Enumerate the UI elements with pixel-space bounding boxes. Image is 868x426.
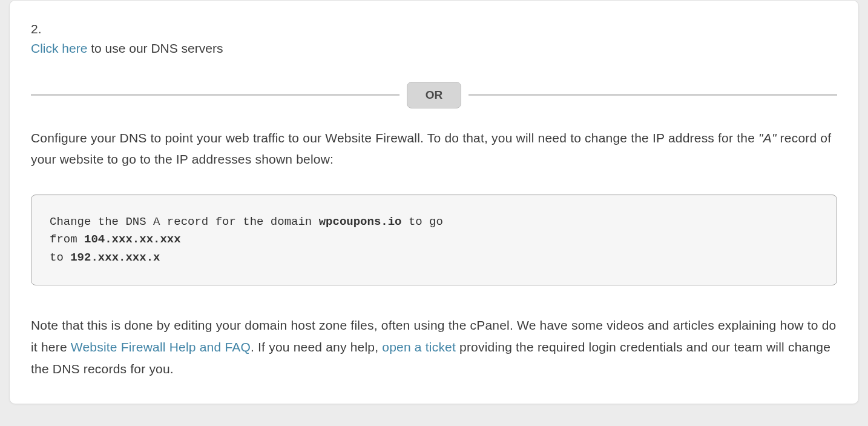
faq-link[interactable]: Website Firewall Help and FAQ <box>71 340 251 354</box>
code-to-ip: 192.xxx.xxx.x <box>70 251 160 264</box>
code-line-1: Change the DNS A record for the domain w… <box>50 213 818 231</box>
or-divider: OR <box>31 81 837 109</box>
configure-description: Configure your DNS to point your web tra… <box>31 127 837 170</box>
code-line-2: from 104.xxx.xx.xxx <box>50 231 818 248</box>
step-rest-text: to use our DNS servers <box>87 41 223 55</box>
click-here-link[interactable]: Click here <box>31 41 87 55</box>
code-domain: wpcoupons.io <box>319 215 402 228</box>
note-part2: . If you need any help, <box>251 340 382 354</box>
code-line1-post: to go <box>402 215 443 228</box>
divider-badge: OR <box>407 82 462 108</box>
step-number: 2. <box>31 22 837 36</box>
note-paragraph: Note that this is done by editing your d… <box>31 315 837 379</box>
divider-line-right <box>469 94 837 96</box>
instruction-card: 2. Click here to use our DNS servers OR … <box>9 0 859 404</box>
code-from-ip: 104.xxx.xx.xxx <box>84 233 181 246</box>
dns-codebox: Change the DNS A record for the domain w… <box>31 195 837 285</box>
code-line1-pre: Change the DNS A record for the domain <box>50 215 319 228</box>
divider-line-left <box>31 94 399 96</box>
a-record-italic: "A" <box>758 131 777 145</box>
step-line: Click here to use our DNS servers <box>31 39 837 58</box>
code-line-3: to 192.xxx.xxx.x <box>50 249 818 267</box>
code-line3-pre: to <box>50 251 70 264</box>
code-line2-pre: from <box>50 233 84 246</box>
configure-part1: Configure your DNS to point your web tra… <box>31 131 758 145</box>
open-ticket-link[interactable]: open a ticket <box>382 340 456 354</box>
